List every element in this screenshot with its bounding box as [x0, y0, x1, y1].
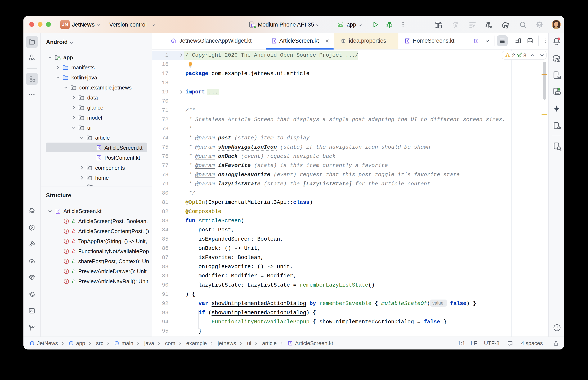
- svg-text:f: f: [66, 269, 67, 273]
- svg-text:f: f: [66, 229, 67, 233]
- svg-text:f: f: [66, 219, 67, 223]
- svg-text:f: f: [66, 249, 67, 253]
- svg-text:f: f: [66, 239, 67, 243]
- svg-text:f: f: [66, 279, 67, 284]
- svg-text:f: f: [66, 259, 67, 263]
